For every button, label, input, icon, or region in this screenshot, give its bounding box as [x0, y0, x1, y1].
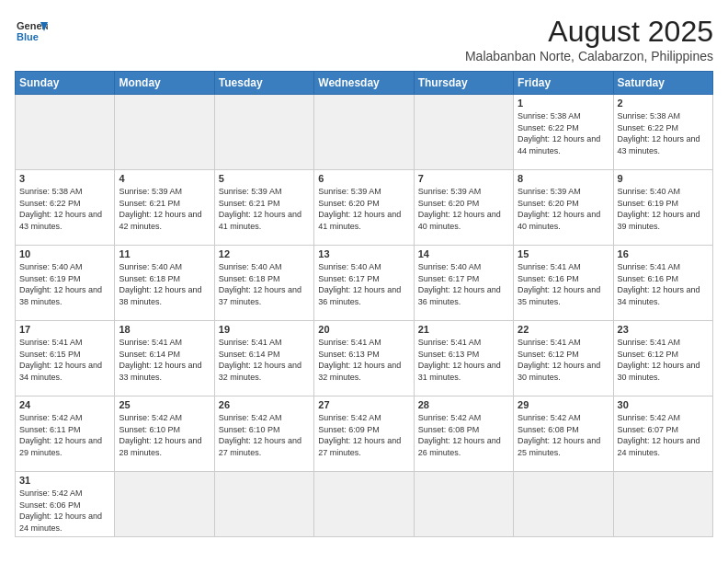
- weekday-header-wednesday: Wednesday: [314, 72, 414, 95]
- day-number: 7: [418, 173, 509, 184]
- day-number: 4: [119, 173, 210, 184]
- weekday-header-sunday: Sunday: [16, 72, 115, 95]
- day-number: 5: [219, 173, 310, 184]
- calendar-week-row: 3Sunrise: 5:38 AM Sunset: 6:22 PM Daylig…: [16, 170, 713, 246]
- day-info: Sunrise: 5:41 AM Sunset: 6:12 PM Dayligh…: [618, 337, 709, 383]
- title-block: August 2025 Malabanban Norte, Calabarzon…: [465, 15, 713, 63]
- day-number: 9: [618, 173, 709, 184]
- day-info: Sunrise: 5:39 AM Sunset: 6:21 PM Dayligh…: [119, 186, 210, 232]
- day-info: Sunrise: 5:41 AM Sunset: 6:12 PM Dayligh…: [518, 337, 609, 383]
- calendar-day-cell: [514, 472, 613, 537]
- calendar-day-cell: [16, 95, 115, 170]
- day-info: Sunrise: 5:42 AM Sunset: 6:10 PM Dayligh…: [119, 412, 210, 458]
- day-info: Sunrise: 5:41 AM Sunset: 6:13 PM Dayligh…: [418, 337, 509, 383]
- calendar-day-cell: 23Sunrise: 5:41 AM Sunset: 6:12 PM Dayli…: [613, 321, 712, 396]
- day-info: Sunrise: 5:40 AM Sunset: 6:18 PM Dayligh…: [119, 261, 210, 307]
- day-info: Sunrise: 5:40 AM Sunset: 6:19 PM Dayligh…: [618, 186, 709, 232]
- svg-text:Blue: Blue: [17, 31, 39, 42]
- calendar-day-cell: 3Sunrise: 5:38 AM Sunset: 6:22 PM Daylig…: [16, 170, 115, 246]
- logo: General Blue: [15, 15, 48, 48]
- calendar-table: SundayMondayTuesdayWednesdayThursdayFrid…: [15, 71, 713, 537]
- day-number: 27: [318, 399, 409, 410]
- calendar-day-cell: [414, 472, 513, 537]
- weekday-header-thursday: Thursday: [414, 72, 513, 95]
- day-info: Sunrise: 5:40 AM Sunset: 6:19 PM Dayligh…: [19, 261, 110, 307]
- day-number: 21: [418, 324, 509, 335]
- calendar-week-row: 24Sunrise: 5:42 AM Sunset: 6:11 PM Dayli…: [16, 396, 713, 472]
- calendar-day-cell: 15Sunrise: 5:41 AM Sunset: 6:16 PM Dayli…: [514, 246, 613, 321]
- day-number: 23: [618, 324, 709, 335]
- day-info: Sunrise: 5:39 AM Sunset: 6:21 PM Dayligh…: [219, 186, 310, 232]
- calendar-day-cell: 30Sunrise: 5:42 AM Sunset: 6:07 PM Dayli…: [613, 396, 712, 472]
- day-info: Sunrise: 5:40 AM Sunset: 6:18 PM Dayligh…: [219, 261, 310, 307]
- day-number: 1: [518, 98, 609, 109]
- calendar-day-cell: 16Sunrise: 5:41 AM Sunset: 6:16 PM Dayli…: [613, 246, 712, 321]
- day-info: Sunrise: 5:42 AM Sunset: 6:08 PM Dayligh…: [518, 412, 609, 458]
- page-header: General Blue August 2025 Malabanban Nort…: [15, 15, 713, 63]
- calendar-day-cell: 10Sunrise: 5:40 AM Sunset: 6:19 PM Dayli…: [16, 246, 115, 321]
- day-info: Sunrise: 5:42 AM Sunset: 6:07 PM Dayligh…: [618, 412, 709, 458]
- calendar-day-cell: 1Sunrise: 5:38 AM Sunset: 6:22 PM Daylig…: [514, 95, 613, 170]
- day-number: 20: [318, 324, 409, 335]
- calendar-day-cell: 7Sunrise: 5:39 AM Sunset: 6:20 PM Daylig…: [414, 170, 513, 246]
- day-info: Sunrise: 5:38 AM Sunset: 6:22 PM Dayligh…: [618, 110, 709, 156]
- day-info: Sunrise: 5:41 AM Sunset: 6:16 PM Dayligh…: [618, 261, 709, 307]
- calendar-day-cell: 22Sunrise: 5:41 AM Sunset: 6:12 PM Dayli…: [514, 321, 613, 396]
- calendar-day-cell: 26Sunrise: 5:42 AM Sunset: 6:10 PM Dayli…: [214, 396, 313, 472]
- calendar-day-cell: 29Sunrise: 5:42 AM Sunset: 6:08 PM Dayli…: [514, 396, 613, 472]
- day-info: Sunrise: 5:39 AM Sunset: 6:20 PM Dayligh…: [518, 186, 609, 232]
- logo-icon: General Blue: [15, 15, 48, 48]
- day-info: Sunrise: 5:38 AM Sunset: 6:22 PM Dayligh…: [19, 186, 110, 232]
- day-number: 14: [418, 248, 509, 259]
- day-info: Sunrise: 5:42 AM Sunset: 6:11 PM Dayligh…: [19, 412, 110, 458]
- calendar-day-cell: [314, 95, 414, 170]
- day-number: 29: [518, 399, 609, 410]
- day-number: 26: [219, 399, 310, 410]
- calendar-day-cell: [214, 95, 313, 170]
- day-number: 2: [618, 98, 709, 109]
- calendar-day-cell: 2Sunrise: 5:38 AM Sunset: 6:22 PM Daylig…: [613, 95, 712, 170]
- calendar-day-cell: 20Sunrise: 5:41 AM Sunset: 6:13 PM Dayli…: [314, 321, 414, 396]
- calendar-week-row: 31Sunrise: 5:42 AM Sunset: 6:06 PM Dayli…: [16, 472, 713, 537]
- calendar-day-cell: [214, 472, 313, 537]
- weekday-header-monday: Monday: [115, 72, 214, 95]
- day-number: 11: [119, 248, 210, 259]
- calendar-day-cell: 14Sunrise: 5:40 AM Sunset: 6:17 PM Dayli…: [414, 246, 513, 321]
- day-number: 13: [318, 248, 409, 259]
- calendar-day-cell: 28Sunrise: 5:42 AM Sunset: 6:08 PM Dayli…: [414, 396, 513, 472]
- day-info: Sunrise: 5:42 AM Sunset: 6:08 PM Dayligh…: [418, 412, 509, 458]
- weekday-header-friday: Friday: [514, 72, 613, 95]
- calendar-title: August 2025: [465, 15, 713, 49]
- calendar-day-cell: 4Sunrise: 5:39 AM Sunset: 6:21 PM Daylig…: [115, 170, 214, 246]
- calendar-day-cell: 12Sunrise: 5:40 AM Sunset: 6:18 PM Dayli…: [214, 246, 313, 321]
- calendar-day-cell: 25Sunrise: 5:42 AM Sunset: 6:10 PM Dayli…: [115, 396, 214, 472]
- day-number: 31: [19, 475, 110, 486]
- day-info: Sunrise: 5:39 AM Sunset: 6:20 PM Dayligh…: [418, 186, 509, 232]
- day-number: 25: [119, 399, 210, 410]
- day-info: Sunrise: 5:38 AM Sunset: 6:22 PM Dayligh…: [518, 110, 609, 156]
- calendar-day-cell: 17Sunrise: 5:41 AM Sunset: 6:15 PM Dayli…: [16, 321, 115, 396]
- day-number: 24: [19, 399, 110, 410]
- day-number: 6: [318, 173, 409, 184]
- day-number: 10: [19, 248, 110, 259]
- day-info: Sunrise: 5:41 AM Sunset: 6:16 PM Dayligh…: [518, 261, 609, 307]
- calendar-day-cell: 13Sunrise: 5:40 AM Sunset: 6:17 PM Dayli…: [314, 246, 414, 321]
- calendar-day-cell: [414, 95, 513, 170]
- weekday-header-tuesday: Tuesday: [214, 72, 313, 95]
- calendar-week-row: 1Sunrise: 5:38 AM Sunset: 6:22 PM Daylig…: [16, 95, 713, 170]
- day-number: 16: [618, 248, 709, 259]
- day-number: 17: [19, 324, 110, 335]
- day-number: 15: [518, 248, 609, 259]
- calendar-day-cell: 27Sunrise: 5:42 AM Sunset: 6:09 PM Dayli…: [314, 396, 414, 472]
- day-info: Sunrise: 5:41 AM Sunset: 6:15 PM Dayligh…: [19, 337, 110, 383]
- calendar-day-cell: 8Sunrise: 5:39 AM Sunset: 6:20 PM Daylig…: [514, 170, 613, 246]
- day-info: Sunrise: 5:40 AM Sunset: 6:17 PM Dayligh…: [418, 261, 509, 307]
- day-number: 3: [19, 173, 110, 184]
- weekday-header-row: SundayMondayTuesdayWednesdayThursdayFrid…: [16, 72, 713, 95]
- day-number: 22: [518, 324, 609, 335]
- calendar-day-cell: [314, 472, 414, 537]
- day-number: 12: [219, 248, 310, 259]
- day-info: Sunrise: 5:41 AM Sunset: 6:14 PM Dayligh…: [219, 337, 310, 383]
- day-info: Sunrise: 5:42 AM Sunset: 6:10 PM Dayligh…: [219, 412, 310, 458]
- calendar-day-cell: [115, 472, 214, 537]
